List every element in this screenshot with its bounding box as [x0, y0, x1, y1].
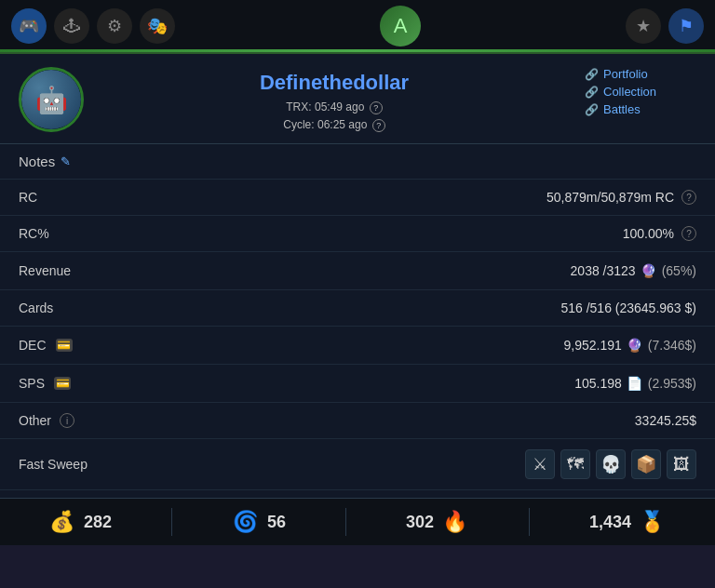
revenue-row: Revenue 2038 /3123 🔮 (65%) [0, 252, 715, 290]
rc-value: 50,879m/50,879m RC ? [546, 190, 696, 205]
other-info-icon[interactable]: i [60, 413, 74, 428]
medal-value: 1,434 [589, 513, 631, 532]
game-icon[interactable]: 🎮 [11, 8, 47, 44]
cards-row: Cards 516 /516 (23645.963 $) [0, 290, 715, 327]
nav-left-icons: 🎮 🕹 ⚙ 🎭 [11, 8, 175, 44]
trx-label: TRX: [286, 100, 311, 114]
cards-value: 516 /516 (23645.963 $) [560, 301, 696, 315]
avatar-image: 🤖 [21, 70, 81, 129]
battles-link-icon: 🔗 [585, 103, 599, 116]
swirl-stat: 🌀 56 [232, 508, 286, 536]
fire-icon: 🔥 [441, 508, 469, 536]
notes-row: Notes ✎ [0, 144, 715, 180]
dec-row: DEC 💳 9,952.191 🔮 (7.346$) [0, 327, 715, 365]
swirl-value: 56 [267, 513, 286, 532]
profile-meta: TRX: 05:49 ago ? Cycle: 06:25 ago ? [99, 99, 570, 134]
rc-pct-row: RC% 100.00% ? [0, 216, 715, 252]
fire-value: 302 [406, 513, 434, 532]
letter-a-icon[interactable]: A [380, 6, 421, 47]
dec-value: 9,952.191 🔮 (7.346$) [564, 337, 696, 354]
rc-pct-value: 100.00% ? [623, 226, 696, 241]
profile-links: 🔗 Portfolio 🔗 Collection 🔗 Battles [585, 67, 696, 116]
profile-info: Definethedollar TRX: 05:49 ago ? Cycle: … [99, 71, 570, 134]
rc-pct-help-icon[interactable]: ? [681, 226, 696, 241]
trx-time: 05:49 ago [315, 100, 364, 114]
portfolio-link[interactable]: 🔗 Portfolio [585, 67, 648, 81]
divider-3 [529, 508, 530, 536]
bag-value: 282 [84, 513, 112, 532]
cycle-help-icon[interactable]: ? [372, 119, 385, 132]
collection-link[interactable]: 🔗 Collection [585, 85, 656, 99]
revenue-token-icon: 🔮 [641, 262, 657, 279]
fire-stat: 302 🔥 [406, 508, 469, 536]
sweep-icon-1[interactable]: 🗺 [560, 449, 590, 479]
flag-icon[interactable]: ⚑ [668, 8, 704, 44]
bag-icon: 💰 [48, 508, 76, 536]
cards-label: Cards [19, 301, 53, 315]
divider-2 [345, 508, 346, 536]
collection-link-icon: 🔗 [585, 86, 599, 99]
notes-label: Notes [19, 154, 55, 169]
bag-stat: 💰 282 [48, 508, 112, 536]
battles-link[interactable]: 🔗 Battles [585, 102, 641, 116]
swirl-icon: 🌀 [232, 508, 260, 536]
medal-icon: 🏅 [639, 508, 667, 536]
sps-wallet-icon[interactable]: 💳 [54, 377, 71, 390]
sps-value: 105.198 📄 (2.953$) [574, 375, 696, 392]
rc-row: RC 50,879m/50,879m RC ? [0, 180, 715, 216]
stats-section: Notes ✎ RC 50,879m/50,879m RC ? RC% 100.… [0, 144, 715, 498]
sps-label: SPS 💳 [19, 376, 71, 391]
dec-wallet-icon[interactable]: 💳 [56, 339, 73, 352]
sweep-icon-2[interactable]: 💀 [596, 449, 626, 479]
cycle-time: 06:25 ago [317, 118, 367, 131]
settings-icon[interactable]: ⚙ [97, 8, 132, 44]
cycle-label: Cycle: [283, 118, 314, 131]
medal-stat: 1,434 🏅 [589, 508, 667, 536]
dec-token-icon: 🔮 [627, 337, 643, 354]
sweep-icon-3[interactable]: 📦 [631, 449, 661, 479]
fast-sweep-row: Fast Sweep ⚔ 🗺 💀 📦 🖼 [0, 439, 715, 490]
portfolio-link-icon: 🔗 [585, 68, 599, 81]
rc-pct-label: RC% [19, 226, 49, 241]
mask-icon[interactable]: 🎭 [140, 8, 175, 44]
revenue-label: Revenue [19, 263, 71, 278]
sweep-icons: ⚔ 🗺 💀 📦 🖼 [525, 449, 696, 479]
sweep-icon-4[interactable]: 🖼 [667, 449, 696, 479]
trx-help-icon[interactable]: ? [370, 101, 383, 114]
dec-label: DEC 💳 [19, 338, 73, 353]
rc-label: RC [19, 190, 37, 205]
nav-right-icons: ★ ⚑ [626, 8, 704, 44]
top-nav: 🎮 🕹 ⚙ 🎭 A ★ ⚑ [0, 0, 715, 54]
controller-icon[interactable]: 🕹 [54, 8, 89, 44]
notes-edit-icon[interactable]: ✎ [61, 154, 71, 168]
revenue-value: 2038 /3123 🔮 (65%) [571, 262, 696, 279]
bottom-bar: 💰 282 🌀 56 302 🔥 1,434 🏅 [0, 498, 715, 545]
sps-row: SPS 💳 105.198 📄 (2.953$) [0, 365, 715, 403]
sweep-icon-0[interactable]: ⚔ [525, 449, 555, 479]
profile-name: Definethedollar [99, 71, 570, 95]
avatar: 🤖 [19, 67, 84, 132]
other-label: Other i [19, 413, 74, 428]
other-value: 33245.25$ [635, 413, 696, 428]
sps-token-icon: 📄 [627, 375, 643, 392]
other-row: Other i 33245.25$ [0, 403, 715, 439]
profile-section: 🤖 Definethedollar TRX: 05:49 ago ? Cycle… [0, 54, 715, 144]
fast-sweep-label: Fast Sweep [19, 457, 88, 472]
divider-1 [171, 508, 172, 536]
rc-help-icon[interactable]: ? [681, 190, 696, 205]
star-icon[interactable]: ★ [626, 8, 661, 44]
